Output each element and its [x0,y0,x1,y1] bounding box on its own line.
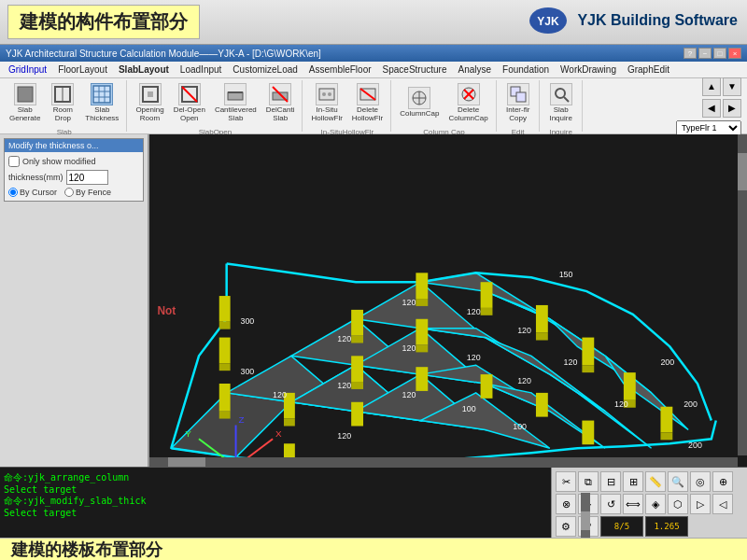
menu-spacestructure[interactable]: SpaceStructure [378,63,452,76]
h-scrollbar-thumb[interactable] [168,457,205,467]
svg-rect-82 [536,393,548,417]
svg-rect-58 [219,296,231,322]
thickness-input[interactable] [66,170,108,185]
room-drop-icon [51,83,74,105]
bt-mirror[interactable]: ⟺ [623,494,643,514]
svg-point-20 [328,92,331,96]
bt-zoom[interactable]: 🔍 [668,471,688,492]
slab-generate-button[interactable]: SlabGenerate [6,80,44,126]
svg-rect-62 [351,310,363,336]
bt-forward[interactable]: ▷ [690,494,711,514]
svg-rect-60 [351,356,363,382]
bt-cross[interactable]: ⊗ [556,494,576,514]
only-show-modified-row: Only show modified [8,156,139,167]
bt-settings[interactable]: ⚙ [556,516,576,537]
svg-text:Z: Z [239,414,245,425]
nav-left-button[interactable]: ◀ [702,99,721,118]
delete-columncap-button[interactable]: DeleteColumnCap [444,80,491,126]
app-window: YJK Architectural Structure Calculation … [0,45,747,560]
svg-rect-11 [148,91,153,97]
svg-text:120: 120 [517,376,531,385]
bt-3d[interactable]: ⬡ [668,494,688,514]
svg-text:120: 120 [402,343,416,353]
modify-panel: Modify the thickness o... Only show modi… [4,138,144,202]
edit-buttons: Inter-flrCopy [501,80,535,126]
columncap-button[interactable]: ColumnCap [396,84,443,121]
menu-floorlayout[interactable]: FloorLayout [53,63,112,76]
delete-hollowflr-icon [357,83,379,105]
bt-back[interactable]: ◁ [712,494,733,514]
close-button[interactable]: × [728,48,741,59]
del-open-button[interactable]: Del-OpenOpen [170,80,209,126]
insitu-button[interactable]: In-SituHollowFlr [307,80,345,126]
only-show-modified-checkbox[interactable] [8,156,20,167]
maximize-button[interactable]: □ [713,48,726,59]
menu-analyse[interactable]: Analyse [453,63,496,76]
menu-assemblefloor[interactable]: AssembleFloor [304,63,376,76]
bt-del[interactable]: ⊟ [600,471,621,492]
svg-rect-59 [219,322,231,329]
svg-rect-61 [351,382,363,389]
del-open-icon [178,83,201,105]
nav-right-button[interactable]: ▶ [723,99,741,118]
bt-ruler[interactable]: 📏 [645,471,666,492]
nav-down-button[interactable]: ▼ [723,77,741,96]
svg-rect-80 [416,367,428,391]
bt-scissors[interactable]: ✂ [556,471,576,492]
inquire-buttons: SlabInquire [544,80,578,126]
thickness-row: thickness(mm) [8,170,139,185]
horizontal-scrollbar[interactable] [149,457,738,467]
bt-snap[interactable]: ⊕ [712,471,733,492]
slab-inquire-button[interactable]: SlabInquire [544,80,578,126]
menu-foundation[interactable]: Foundation [498,63,554,76]
menu-gridinput[interactable]: GridInput [4,63,51,76]
by-fence-radio[interactable] [64,188,74,197]
toolbar-group-inquire: SlabInquire Inquire [541,80,583,132]
delcanti-button[interactable]: DelCantiSlab [262,80,299,126]
bt-layer[interactable]: ◈ [645,494,666,514]
svg-text:Y: Y [185,428,191,439]
svg-rect-76 [660,407,672,433]
bt-circle[interactable]: ◎ [690,471,711,492]
svg-rect-79 [351,402,363,427]
nav-lr-buttons: ◀ ▶ [702,99,741,118]
yjk-logo-icon: YJK [525,4,571,37]
svg-text:120: 120 [467,353,481,362]
interflr-copy-icon [507,83,529,105]
menu-customizeload[interactable]: CustomizeLoad [228,63,302,76]
interflr-copy-button[interactable]: Inter-flrCopy [501,80,535,126]
menu-slablayout[interactable]: SlabLayout [114,63,174,76]
command-line-4: Select target [4,508,547,518]
command-line-1: 命令:yjk_arrange_column [4,471,547,484]
menu-workdrawing[interactable]: WorkDrawing [556,63,621,76]
interflr-copy-label: Inter-flrCopy [506,106,529,123]
main-area: Modify the thickness o... Only show modi… [0,134,747,467]
toolbar-group-columncap: ColumnCap DeleteColumnCap Column Cap [392,80,497,132]
by-cursor-radio[interactable] [8,188,18,197]
svg-rect-63 [351,336,363,343]
svg-rect-56 [219,338,231,364]
svg-rect-71 [536,333,548,341]
menu-loadinput[interactable]: LoadInput [176,63,227,76]
room-drop-button[interactable]: RoomDrop [46,80,79,126]
opening-button[interactable]: OpeningRoom [132,80,167,126]
bt-copy[interactable]: ⧉ [578,471,599,492]
delete-hollowflr-button[interactable]: DeleteHollowFlr [348,80,387,126]
bt-rotate[interactable]: ↺ [600,494,621,514]
slab-thickness-button[interactable]: SlabThickness [81,80,122,126]
vertical-scrollbar[interactable] [738,134,747,455]
bt-add[interactable]: ⊞ [623,471,643,492]
typeflr-select[interactable]: TypeFlr 1 TypeFlr 2 TypeFlr 3 [676,120,741,135]
menu-graphedit[interactable]: GraphEdit [623,63,674,76]
cantilevered-button[interactable]: CantileveredSlab [211,80,261,126]
v-scrollbar-thumb[interactable] [738,153,747,190]
slab-inquire-label: SlabInquire [549,106,571,123]
svg-rect-67 [416,299,428,306]
minimize-button[interactable]: − [698,48,712,59]
bottom-caption: 建模的楼板布置部分 [0,538,747,560]
svg-rect-55 [284,419,295,427]
nav-up-button[interactable]: ▲ [702,77,721,96]
svg-rect-65 [416,344,428,352]
viewport[interactable]: 120 120 120 120 120 120 120 120 120 120 … [149,134,747,467]
help-button[interactable]: ? [684,48,697,59]
